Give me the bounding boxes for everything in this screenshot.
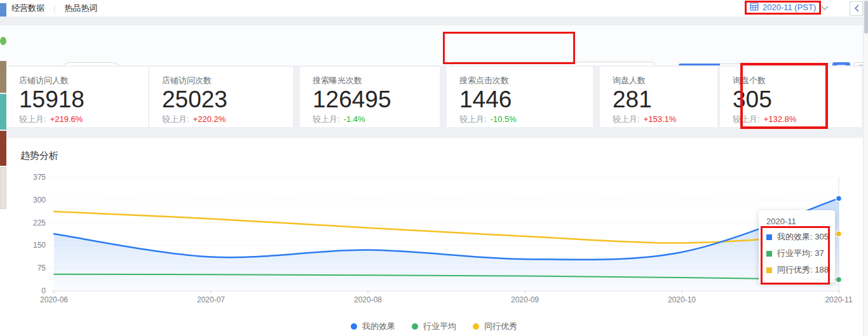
trend-section: 趋势分析 0751502253003752020-062020-072020-0… <box>0 138 868 336</box>
svg-text:2020-06: 2020-06 <box>40 295 68 304</box>
stat-label: 搜索曝光次数 <box>313 75 440 86</box>
top-tabs: 经营数据 | 热品热词 <box>11 3 97 14</box>
stat-label: 店铺访问人数 <box>19 75 148 86</box>
tab-business-data[interactable]: 经营数据 <box>11 3 44 14</box>
tooltip-marker-yellow <box>766 267 772 273</box>
scrollbar-track[interactable] <box>863 0 868 336</box>
legend-dot-yellow <box>473 323 479 330</box>
date-picker-value: 2020-11 (PST) <box>763 3 816 12</box>
stat-value: 25023 <box>162 87 293 112</box>
analytics-dashboard: 经营数据 | 热品热词 2020-11 (PST) 经营数据 运营常用 <box>0 0 868 336</box>
chevron-down-icon <box>821 3 829 12</box>
svg-text:75: 75 <box>37 264 46 272</box>
stat-card-inquiry-people: 询盘人数 281 较上月:+153.1% <box>600 67 717 127</box>
stat-card-visits: 店铺访问次数 25023 较上月:+220.2% <box>149 67 293 127</box>
stat-card-visitors: 店铺访问人数 15918 较上月:+219.6% <box>6 67 148 127</box>
svg-text:300: 300 <box>33 196 46 205</box>
svg-text:375: 375 <box>33 173 46 182</box>
stat-label: 询盘个数 <box>733 75 862 86</box>
tooltip-row: 同行优秀: 188 <box>766 264 827 276</box>
stat-value: 1446 <box>459 87 593 112</box>
legend-item-peer-excellent[interactable]: 同行优秀 <box>473 321 517 332</box>
collapse-panel-button[interactable] <box>850 1 863 16</box>
stat-value: 15918 <box>19 87 148 112</box>
stat-delta: 较上月:+153.1% <box>613 114 717 125</box>
stat-label: 店铺访问次数 <box>162 75 293 86</box>
tooltip-row: 我的效果: 305 <box>766 231 827 243</box>
background-thumbnails-strip <box>0 0 6 336</box>
header-bar: 经营数据 | 热品热词 2020-11 (PST) <box>0 0 868 17</box>
stat-value: 126495 <box>313 87 440 112</box>
stat-card-search-clicks: 搜索点击次数 1446 较上月:-10.5% <box>447 67 593 127</box>
legend-dot-green <box>412 323 418 330</box>
chart-tooltip: 2020-11 我的效果: 305 行业平均: 37 同行优秀: 188 <box>759 210 835 283</box>
stat-value: 281 <box>613 87 717 112</box>
tooltip-title: 2020-11 <box>766 217 827 226</box>
svg-text:225: 225 <box>33 218 46 227</box>
stat-label: 搜索点击次数 <box>459 75 593 86</box>
legend-dot-blue <box>351 323 357 330</box>
tooltip-row: 行业平均: 37 <box>766 248 827 259</box>
header-separator <box>0 17 868 25</box>
tooltip-marker-green <box>766 251 772 257</box>
stat-label: 询盘人数 <box>613 75 717 86</box>
stat-delta: 较上月:-10.5% <box>459 114 593 125</box>
stat-delta: 较上月:+132.8% <box>733 114 862 125</box>
tab-hot-keywords[interactable]: 热品热词 <box>64 3 97 14</box>
svg-text:2020-09: 2020-09 <box>511 295 539 304</box>
stat-delta: 较上月:+219.6% <box>19 114 148 125</box>
scrollbar-thumb[interactable] <box>864 1 868 34</box>
tab-divider: | <box>53 4 55 13</box>
svg-text:2020-08: 2020-08 <box>354 295 382 304</box>
svg-text:150: 150 <box>33 241 46 250</box>
stat-delta: 较上月:+220.2% <box>162 114 293 125</box>
stats-row: 店铺访问人数 15918 较上月:+219.6% 店铺访问次数 25023 较上… <box>0 65 868 138</box>
svg-text:2020-07: 2020-07 <box>197 295 225 304</box>
filter-toolbar: 经营数据 运营常用 类目选择 Wire Mesh > Iron Wire Mes… <box>0 25 868 65</box>
date-picker[interactable]: 2020-11 (PST) <box>750 2 829 13</box>
trend-chart[interactable]: 0751502253003752020-062020-072020-082020… <box>6 169 863 312</box>
svg-text:0: 0 <box>41 286 46 295</box>
svg-text:2020-11: 2020-11 <box>825 295 852 304</box>
legend-item-industry-average[interactable]: 行业平均 <box>412 321 456 332</box>
stat-value: 305 <box>733 87 862 112</box>
trend-title: 趋势分析 <box>20 150 58 162</box>
stat-card-search-impressions: 搜索曝光次数 126495 较上月:-1.4% <box>300 67 440 127</box>
stat-card-inquiry-count: 询盘个数 305 较上月:+132.8% <box>720 67 862 127</box>
chart-legend: 我的效果 行业平均 同行优秀 <box>0 321 868 332</box>
chevron-left-icon <box>854 3 859 15</box>
tooltip-marker-blue <box>766 234 772 240</box>
svg-text:2020-10: 2020-10 <box>668 295 696 304</box>
legend-item-my-performance[interactable]: 我的效果 <box>351 321 395 332</box>
stat-delta: 较上月:-1.4% <box>313 114 440 125</box>
calendar-icon <box>750 2 759 13</box>
